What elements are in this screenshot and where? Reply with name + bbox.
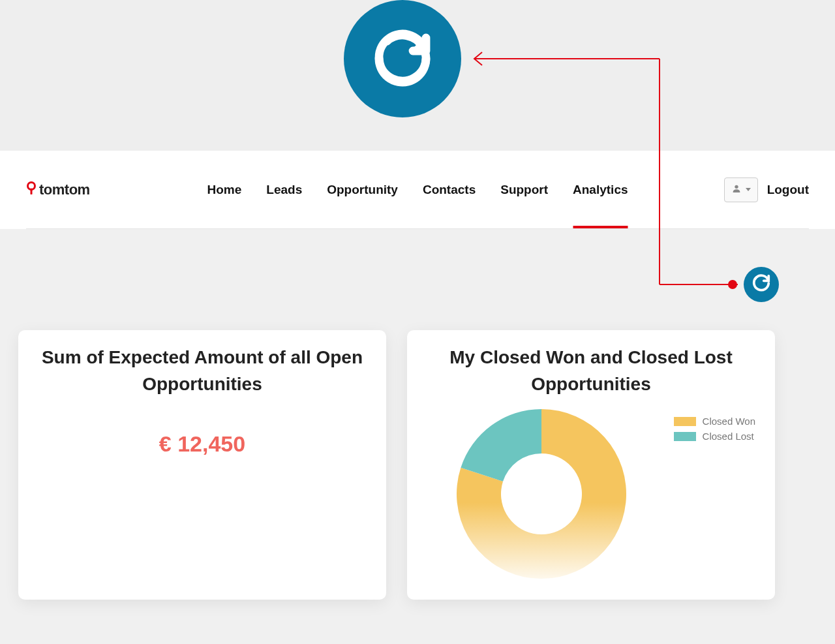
svg-point-6	[735, 185, 738, 188]
legend-item-lost: Closed Lost	[674, 431, 755, 442]
nav-support[interactable]: Support	[500, 151, 548, 228]
sum-expected-value: € 12,450	[33, 431, 372, 457]
nav-contacts[interactable]: Contacts	[423, 151, 476, 228]
nav-home[interactable]: Home	[207, 151, 241, 228]
card-sum-expected-title: Sum of Expected Amount of all Open Oppor…	[33, 345, 372, 397]
user-icon	[731, 183, 742, 196]
logout-link[interactable]: Logout	[767, 183, 809, 197]
legend-item-won: Closed Won	[674, 416, 755, 427]
card-closed-chart: My Closed Won and Closed Lost Opportunit…	[407, 330, 775, 600]
legend-swatch-lost	[674, 432, 696, 441]
nav-leads[interactable]: Leads	[266, 151, 302, 228]
brand-pin-icon	[26, 181, 37, 198]
legend-label-won: Closed Won	[703, 416, 755, 427]
top-nav: tomtom Home Leads Opportunity Contacts S…	[0, 151, 835, 229]
legend-swatch-won	[674, 417, 696, 426]
refresh-hero-icon	[344, 0, 461, 117]
chevron-down-icon	[746, 188, 751, 191]
dashboard: Sum of Expected Amount of all Open Oppor…	[0, 229, 835, 600]
card-sum-expected: Sum of Expected Amount of all Open Oppor…	[18, 330, 386, 600]
user-menu-dropdown[interactable]	[724, 177, 758, 202]
nav-opportunity[interactable]: Opportunity	[327, 151, 398, 228]
legend-label-lost: Closed Lost	[703, 431, 754, 442]
brand-logo[interactable]: tomtom	[26, 181, 90, 198]
svg-rect-7	[455, 408, 628, 580]
nav-menu: Home Leads Opportunity Contacts Support …	[207, 151, 628, 228]
refresh-button[interactable]	[744, 267, 779, 302]
nav-analytics[interactable]: Analytics	[573, 151, 628, 228]
refresh-icon	[752, 273, 771, 296]
brand-name: tomtom	[39, 181, 90, 198]
chart-legend: Closed Won Closed Lost	[674, 416, 755, 580]
card-closed-chart-title: My Closed Won and Closed Lost Opportunit…	[421, 345, 761, 397]
donut-chart	[455, 408, 628, 580]
